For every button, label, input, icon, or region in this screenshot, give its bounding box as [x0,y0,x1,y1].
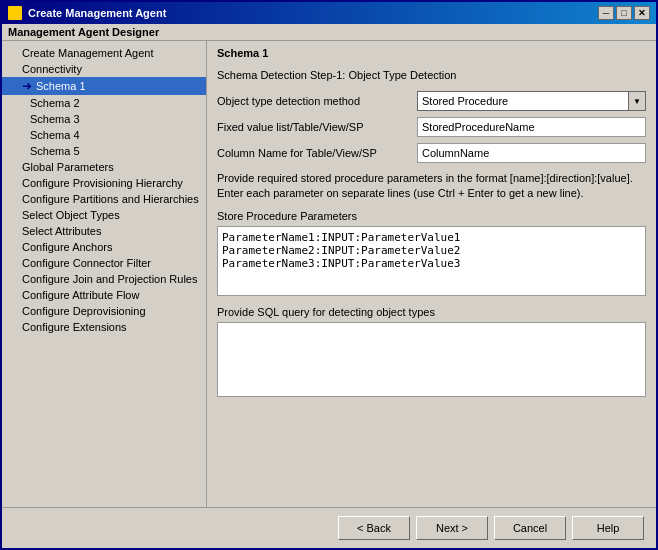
close-button[interactable]: ✕ [634,6,650,20]
content-header-text: Schema 1 [217,47,268,59]
detection-method-select[interactable]: Stored Procedure [417,91,646,111]
sidebar-item-schema3[interactable]: Schema 3 [2,111,206,127]
scrollable-content: Schema Detection Step-1: Object Type Det… [207,65,656,507]
title-buttons: ─ □ ✕ [598,6,650,20]
cancel-button[interactable]: Cancel [494,516,566,540]
sidebar-item-configure-provisioning-hierarchy[interactable]: Configure Provisioning Hierarchy [2,175,206,191]
sidebar-section: Create Management Agent Connectivity ➜ S… [2,41,206,339]
sidebar-item-configure-join[interactable]: Configure Join and Projection Rules [2,271,206,287]
column-name-label: Column Name for Table/View/SP [217,147,417,159]
maximize-button[interactable]: □ [616,6,632,20]
arrow-icon: ➜ [22,79,32,93]
sidebar-item-configure-partitions[interactable]: Configure Partitions and Hierarchies [2,191,206,207]
sub-header: Management Agent Designer [2,24,656,41]
description-text: Provide required stored procedure parame… [217,171,646,202]
main-content: Create Management Agent Connectivity ➜ S… [2,41,656,507]
form-row-detection-method: Object type detection method Stored Proc… [217,91,646,111]
sidebar-item-select-object-types[interactable]: Select Object Types [2,207,206,223]
sidebar-item-schema2[interactable]: Schema 2 [2,95,206,111]
main-window: Create Management Agent ─ □ ✕ Management… [0,0,658,550]
column-name-input[interactable] [417,143,646,163]
sidebar-item-global-parameters[interactable]: Global Parameters [2,159,206,175]
detection-method-label: Object type detection method [217,95,417,107]
content-header: Schema 1 [207,41,656,65]
minimize-button[interactable]: ─ [598,6,614,20]
sidebar-item-configure-extensions[interactable]: Configure Extensions [2,319,206,335]
sidebar-item-connectivity[interactable]: Connectivity [2,61,206,77]
stored-proc-params-textarea[interactable]: ParameterName1:INPUT:ParameterValue1 Par… [217,226,646,296]
sidebar-item-configure-deprovisioning[interactable]: Configure Deprovisioning [2,303,206,319]
sidebar-item-schema5[interactable]: Schema 5 [2,143,206,159]
sidebar-item-schema4[interactable]: Schema 4 [2,127,206,143]
stored-proc-params-label: Store Procedure Parameters [217,210,646,222]
title-bar: Create Management Agent ─ □ ✕ [2,2,656,24]
title-bar-left: Create Management Agent [8,6,166,20]
window-icon [8,6,22,20]
sql-query-label: Provide SQL query for detecting object t… [217,306,646,318]
fixed-value-label: Fixed value list/Table/View/SP [217,121,417,133]
fixed-value-input[interactable] [417,117,646,137]
detection-method-select-wrapper: Stored Procedure ▼ [417,91,646,111]
back-button[interactable]: < Back [338,516,410,540]
sidebar-item-create-management-agent[interactable]: Create Management Agent [2,45,206,61]
footer: < Back Next > Cancel Help [2,507,656,548]
sidebar-item-select-attributes[interactable]: Select Attributes [2,223,206,239]
sub-header-text: Management Agent Designer [8,26,159,38]
sidebar: Create Management Agent Connectivity ➜ S… [2,41,207,507]
sidebar-item-configure-attribute-flow[interactable]: Configure Attribute Flow [2,287,206,303]
section-title: Schema Detection Step-1: Object Type Det… [217,69,646,81]
content-area: Schema 1 Schema Detection Step-1: Object… [207,41,656,507]
sql-query-textarea[interactable] [217,322,646,397]
next-button[interactable]: Next > [416,516,488,540]
form-row-column-name: Column Name for Table/View/SP [217,143,646,163]
sidebar-item-configure-anchors[interactable]: Configure Anchors [2,239,206,255]
window-title: Create Management Agent [28,7,166,19]
sidebar-item-configure-connector-filter[interactable]: Configure Connector Filter [2,255,206,271]
help-button[interactable]: Help [572,516,644,540]
sidebar-item-schema1[interactable]: ➜ Schema 1 [2,77,206,95]
form-row-fixed-value: Fixed value list/Table/View/SP [217,117,646,137]
